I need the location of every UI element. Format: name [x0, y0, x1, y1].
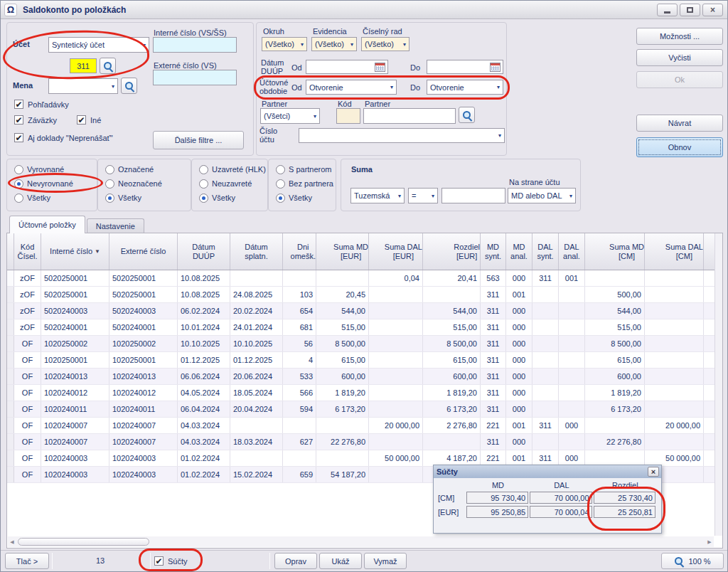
- radio-option[interactable]: Všetky: [276, 193, 336, 203]
- table-cell[interactable]: 311: [481, 434, 506, 450]
- cislo-uctu-combo[interactable]: ▾: [299, 128, 505, 143]
- table-cell[interactable]: 533: [283, 369, 316, 384]
- table-header[interactable]: Kód Čísel.: [14, 233, 41, 270]
- table-cell[interactable]: [283, 450, 316, 466]
- table-cell[interactable]: 654: [283, 303, 316, 319]
- table-cell[interactable]: 1020250002: [41, 336, 109, 351]
- table-cell[interactable]: 001: [506, 418, 532, 433]
- table-cell[interactable]: 1020240003: [109, 450, 178, 466]
- tlac-button[interactable]: Tlač >: [5, 553, 49, 569]
- interne-cislo-input[interactable]: [153, 37, 237, 53]
- radio-option[interactable]: Vyrovnané: [14, 164, 97, 174]
- table-cell[interactable]: 615,00: [316, 352, 369, 368]
- table-cell[interactable]: [532, 352, 559, 368]
- table-row[interactable]: zOF5020250001502025000110.08.202524.08.2…: [7, 287, 722, 303]
- oprav-button[interactable]: Oprav: [274, 553, 317, 569]
- table-cell[interactable]: 1020240011: [109, 401, 178, 417]
- table-cell[interactable]: 311: [481, 303, 506, 319]
- sucty-close-button[interactable]: ×: [648, 467, 659, 477]
- ukaz-button[interactable]: Ukáž: [319, 553, 362, 569]
- table-cell[interactable]: 566: [283, 385, 316, 401]
- mena-search-button[interactable]: [121, 78, 137, 94]
- table-cell[interactable]: 20 000,00: [645, 418, 704, 433]
- table-cell[interactable]: 001: [506, 450, 532, 466]
- table-header[interactable]: Suma DAL [CM]: [645, 233, 704, 270]
- table-cell[interactable]: 615,00: [423, 352, 481, 368]
- partner-kod-field[interactable]: [336, 108, 360, 124]
- table-cell[interactable]: zOF: [14, 287, 41, 302]
- table-cell[interactable]: [645, 434, 704, 450]
- table-cell[interactable]: [585, 418, 645, 433]
- table-cell[interactable]: [645, 385, 704, 401]
- table-cell[interactable]: 04.03.2024: [178, 418, 230, 433]
- table-cell[interactable]: 311: [532, 270, 559, 286]
- table-cell[interactable]: [369, 319, 423, 335]
- table-cell[interactable]: [369, 303, 423, 319]
- table-cell[interactable]: 659: [283, 467, 316, 482]
- table-cell[interactable]: 5020240003: [109, 303, 178, 319]
- suma-operator-combo[interactable]: = ▾: [408, 188, 438, 203]
- table-row[interactable]: OF1020250001102025000101.12.202501.12.20…: [7, 352, 722, 369]
- table-cell[interactable]: 103: [283, 287, 316, 302]
- calendar-icon[interactable]: [375, 63, 385, 72]
- table-cell[interactable]: [645, 369, 704, 384]
- calendar-icon[interactable]: [490, 63, 500, 72]
- table-cell[interactable]: 515,00: [585, 319, 645, 335]
- table-cell[interactable]: 1020240011: [41, 401, 109, 417]
- table-cell[interactable]: 1020240012: [109, 385, 178, 401]
- radio-option[interactable]: Nevyrovnané: [14, 179, 97, 189]
- table-cell[interactable]: 50 000,00: [645, 450, 704, 466]
- table-cell[interactable]: 54 187,20: [316, 467, 369, 482]
- table-row[interactable]: OF1020240011102024001106.04.202420.04.20…: [7, 401, 722, 418]
- table-cell[interactable]: [645, 303, 704, 319]
- suma-value-input[interactable]: [441, 188, 505, 203]
- table-cell[interactable]: 1020240013: [109, 369, 178, 384]
- table-cell[interactable]: 311: [481, 369, 506, 384]
- table-cell[interactable]: 18.05.2024: [230, 385, 283, 401]
- table-cell[interactable]: 06.02.2024: [178, 303, 230, 319]
- table-cell[interactable]: OF: [14, 434, 41, 450]
- table-cell[interactable]: 1020240012: [41, 385, 109, 401]
- table-cell[interactable]: OF: [14, 352, 41, 368]
- navrat-button[interactable]: Návrat: [636, 115, 723, 132]
- table-cell[interactable]: 8 500,00: [423, 336, 481, 351]
- table-cell[interactable]: [559, 287, 585, 302]
- table-cell[interactable]: 6 173,20: [423, 401, 481, 417]
- table-row[interactable]: OF1020240007102024000704.03.202418.03.20…: [7, 434, 722, 450]
- table-cell[interactable]: 001: [506, 287, 532, 302]
- tab-nastavenie[interactable]: Nastavenie: [87, 218, 144, 233]
- table-cell[interactable]: [369, 385, 423, 401]
- table-cell[interactable]: 22 276,80: [316, 434, 369, 450]
- table-cell[interactable]: 000: [506, 352, 532, 368]
- scroll-right-icon[interactable]: ▶: [705, 539, 714, 545]
- checkbox-zavazky[interactable]: ✔ Záväzky: [14, 115, 57, 125]
- table-cell[interactable]: 1020250001: [41, 352, 109, 368]
- obdobie-do-combo[interactable]: Otvorenie ▾: [427, 80, 503, 95]
- radio-option[interactable]: Označené: [105, 164, 191, 174]
- radio-option[interactable]: Uzavreté (HLK): [199, 164, 267, 174]
- table-row[interactable]: OF1020240012102024001204.05.202418.05.20…: [7, 385, 722, 401]
- table-cell[interactable]: 1020240007: [41, 418, 109, 433]
- evidencia-combo[interactable]: (Všetko) ▾: [311, 37, 357, 51]
- table-row[interactable]: OF1020240007102024000704.03.202420 000,0…: [7, 418, 722, 434]
- table-cell[interactable]: 544,00: [423, 303, 481, 319]
- table-cell[interactable]: 000: [506, 336, 532, 351]
- radio-option[interactable]: S partnerom: [276, 164, 336, 174]
- scroll-left-icon[interactable]: ◀: [8, 539, 16, 545]
- table-cell[interactable]: [559, 352, 585, 368]
- table-cell[interactable]: 04.03.2024: [178, 434, 230, 450]
- table-cell[interactable]: 1020240013: [41, 369, 109, 384]
- table-header[interactable]: DAL anal.: [559, 233, 585, 270]
- table-cell[interactable]: OF: [14, 369, 41, 384]
- table-cell[interactable]: 5020250001: [41, 287, 109, 302]
- checkbox-pohladavky[interactable]: ✔ Pohľadávky: [14, 100, 69, 109]
- table-cell[interactable]: 627: [283, 434, 316, 450]
- table-cell[interactable]: [585, 450, 645, 466]
- table-cell[interactable]: 000: [506, 270, 532, 286]
- table-cell[interactable]: [645, 401, 704, 417]
- table-cell[interactable]: 20 000,00: [369, 418, 423, 433]
- table-cell[interactable]: 24.01.2024: [230, 319, 283, 335]
- table-cell[interactable]: 311: [481, 385, 506, 401]
- table-cell[interactable]: [532, 303, 559, 319]
- table-cell[interactable]: 01.02.2024: [178, 467, 230, 482]
